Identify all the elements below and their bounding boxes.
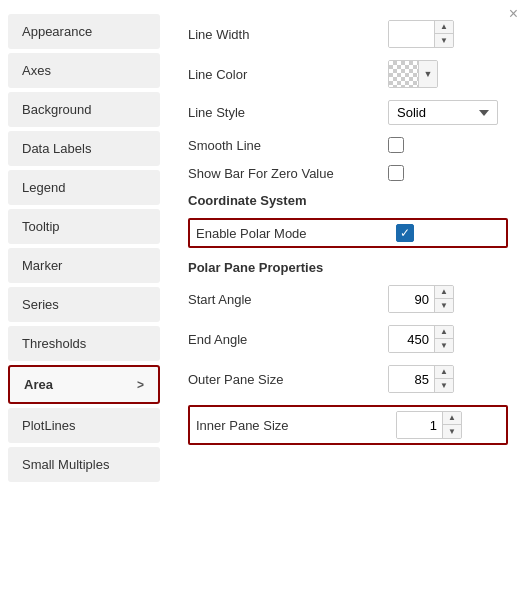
end-angle-row: End Angle ▲ ▼ [188, 325, 508, 353]
start-angle-increment[interactable]: ▲ [435, 286, 453, 299]
sidebar-item-label: PlotLines [22, 418, 75, 433]
inner-pane-row: Inner Pane Size ▲ ▼ [188, 405, 508, 445]
sidebar-item-label: Legend [22, 180, 65, 195]
line-color-row: Line Color ▼ [188, 60, 508, 88]
show-bar-control [388, 165, 404, 181]
sidebar-item-label: Small Multiples [22, 457, 109, 472]
line-width-decrement[interactable]: ▼ [435, 34, 453, 47]
line-style-row: Line Style Solid Dashed Dotted [188, 100, 508, 125]
line-width-control: ▲ ▼ [388, 20, 454, 48]
sidebar-item-legend[interactable]: Legend [8, 170, 160, 205]
smooth-line-row: Smooth Line [188, 137, 508, 153]
line-width-spinner-buttons: ▲ ▼ [434, 21, 453, 47]
outer-pane-control: ▲ ▼ [388, 365, 454, 393]
sidebar-item-label: Series [22, 297, 59, 312]
inner-pane-increment[interactable]: ▲ [443, 412, 461, 425]
outer-pane-spinner-buttons: ▲ ▼ [434, 366, 453, 392]
outer-pane-increment[interactable]: ▲ [435, 366, 453, 379]
outer-pane-decrement[interactable]: ▼ [435, 379, 453, 392]
show-bar-label: Show Bar For Zero Value [188, 166, 388, 181]
enable-polar-label: Enable Polar Mode [196, 226, 396, 241]
show-bar-checkbox[interactable] [388, 165, 404, 181]
line-color-control: ▼ [388, 60, 438, 88]
sidebar-item-thresholds[interactable]: Thresholds [8, 326, 160, 361]
line-width-label: Line Width [188, 27, 388, 42]
line-color-label: Line Color [188, 67, 388, 82]
sidebar-item-label: Data Labels [22, 141, 91, 156]
line-style-control: Solid Dashed Dotted [388, 100, 498, 125]
inner-pane-label: Inner Pane Size [196, 418, 396, 433]
sidebar-item-label: Thresholds [22, 336, 86, 351]
coordinate-system-heading: Coordinate System [188, 193, 508, 208]
end-angle-spinner: ▲ ▼ [388, 325, 454, 353]
start-angle-label: Start Angle [188, 292, 388, 307]
inner-pane-control: ▲ ▼ [396, 411, 462, 439]
inner-pane-decrement[interactable]: ▼ [443, 425, 461, 438]
show-bar-row: Show Bar For Zero Value [188, 165, 508, 181]
start-angle-row: Start Angle ▲ ▼ [188, 285, 508, 313]
start-angle-decrement[interactable]: ▼ [435, 299, 453, 312]
enable-polar-control: ✓ [396, 224, 414, 242]
sidebar-item-marker[interactable]: Marker [8, 248, 160, 283]
outer-pane-spinner: ▲ ▼ [388, 365, 454, 393]
smooth-line-control [388, 137, 404, 153]
sidebar-item-data-labels[interactable]: Data Labels [8, 131, 160, 166]
line-width-increment[interactable]: ▲ [435, 21, 453, 34]
sidebar-item-appearance[interactable]: Appearance [8, 14, 160, 49]
outer-pane-input[interactable] [389, 366, 434, 392]
line-width-row: Line Width ▲ ▼ [188, 20, 508, 48]
color-swatch [389, 61, 419, 87]
end-angle-control: ▲ ▼ [388, 325, 454, 353]
main-content: Line Width ▲ ▼ Line Color ▼ [168, 10, 528, 598]
enable-polar-checkbox[interactable]: ✓ [396, 224, 414, 242]
chevron-right-icon: > [137, 378, 144, 392]
sidebar-item-label: Axes [22, 63, 51, 78]
sidebar-item-label: Marker [22, 258, 62, 273]
outer-pane-label: Outer Pane Size [188, 372, 388, 387]
sidebar-item-label: Area [24, 377, 53, 392]
color-dropdown-button[interactable]: ▼ [419, 61, 437, 87]
end-angle-input[interactable] [389, 326, 434, 352]
end-angle-spinner-buttons: ▲ ▼ [434, 326, 453, 352]
end-angle-decrement[interactable]: ▼ [435, 339, 453, 352]
line-width-input[interactable] [389, 21, 434, 47]
inner-pane-spinner-buttons: ▲ ▼ [442, 412, 461, 438]
sidebar-item-plotlines[interactable]: PlotLines [8, 408, 160, 443]
sidebar-item-axes[interactable]: Axes [8, 53, 160, 88]
sidebar-item-label: Tooltip [22, 219, 60, 234]
smooth-line-label: Smooth Line [188, 138, 388, 153]
sidebar-item-label: Background [22, 102, 91, 117]
enable-polar-row: Enable Polar Mode ✓ [188, 218, 508, 248]
line-width-spinner: ▲ ▼ [388, 20, 454, 48]
close-button[interactable]: × [509, 6, 518, 22]
start-angle-control: ▲ ▼ [388, 285, 454, 313]
sidebar-item-small-multiples[interactable]: Small Multiples [8, 447, 160, 482]
start-angle-spinner-buttons: ▲ ▼ [434, 286, 453, 312]
inner-pane-input[interactable] [397, 412, 442, 438]
sidebar-item-series[interactable]: Series [8, 287, 160, 322]
end-angle-label: End Angle [188, 332, 388, 347]
start-angle-input[interactable] [389, 286, 434, 312]
sidebar-item-area[interactable]: Area > [8, 365, 160, 404]
smooth-line-checkbox[interactable] [388, 137, 404, 153]
line-style-select[interactable]: Solid Dashed Dotted [388, 100, 498, 125]
color-picker[interactable]: ▼ [388, 60, 438, 88]
sidebar-item-background[interactable]: Background [8, 92, 160, 127]
polar-pane-heading: Polar Pane Properties [188, 260, 508, 275]
end-angle-increment[interactable]: ▲ [435, 326, 453, 339]
start-angle-spinner: ▲ ▼ [388, 285, 454, 313]
inner-pane-spinner: ▲ ▼ [396, 411, 462, 439]
sidebar: Appearance Axes Background Data Labels L… [0, 10, 168, 598]
line-style-label: Line Style [188, 105, 388, 120]
sidebar-item-tooltip[interactable]: Tooltip [8, 209, 160, 244]
outer-pane-row: Outer Pane Size ▲ ▼ [188, 365, 508, 393]
sidebar-item-label: Appearance [22, 24, 92, 39]
